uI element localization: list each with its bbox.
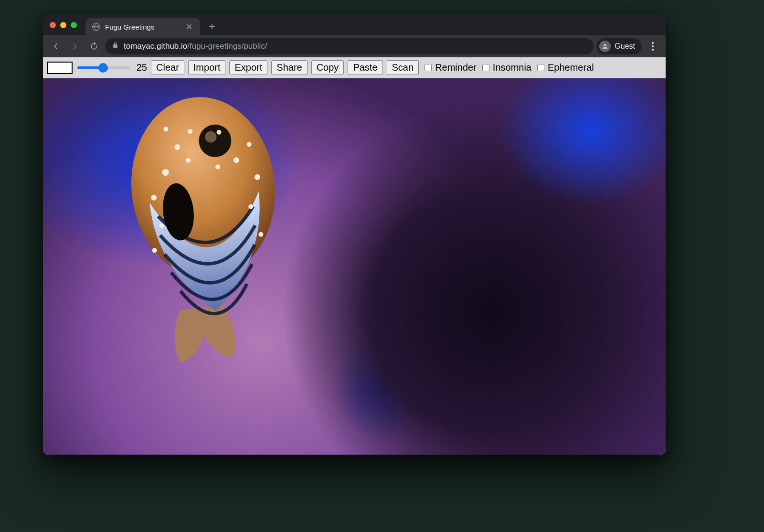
reminder-label: Reminder <box>435 62 477 73</box>
tab-fugu-greetings[interactable]: Fugu Greetings ✕ <box>85 18 200 35</box>
profile-label: Guest <box>615 42 635 51</box>
ephemeral-checkbox[interactable]: Ephemeral <box>535 62 594 73</box>
arrow-right-icon <box>70 42 80 51</box>
reload-button[interactable] <box>86 38 102 54</box>
forward-button[interactable] <box>67 38 83 54</box>
minimize-window-button[interactable] <box>60 22 66 28</box>
brush-size-slider[interactable] <box>77 66 130 69</box>
import-button[interactable]: Import <box>188 60 226 75</box>
lock-icon <box>112 42 119 51</box>
ephemeral-label: Ephemeral <box>548 62 594 73</box>
export-button[interactable]: Export <box>229 60 267 75</box>
kebab-dot-icon <box>652 49 654 51</box>
reminder-checkbox[interactable]: Reminder <box>423 62 477 73</box>
app-toolbar: 25 Clear Import Export Share Copy Paste … <box>43 57 666 78</box>
ephemeral-checkbox-input[interactable] <box>537 64 544 71</box>
address-bar[interactable]: tomayac.github.io/fugu-greetings/public/ <box>105 38 594 54</box>
browser-window: Fugu Greetings ✕ ＋ tomayac.github.io/fug… <box>43 14 666 455</box>
color-picker[interactable] <box>47 62 73 74</box>
url-host: tomayac.github.io <box>124 42 187 51</box>
arrow-left-icon <box>51 42 61 51</box>
avatar-icon <box>599 41 611 52</box>
url-text: tomayac.github.io/fugu-greetings/public/ <box>124 42 267 51</box>
scan-button[interactable]: Scan <box>387 60 419 75</box>
close-tab-icon[interactable]: ✕ <box>185 22 193 32</box>
kebab-dot-icon <box>652 45 654 47</box>
close-window-button[interactable] <box>50 22 56 28</box>
insomnia-checkbox-input[interactable] <box>482 64 489 71</box>
tab-strip: Fugu Greetings ✕ ＋ <box>43 14 666 35</box>
insomnia-label: Insomnia <box>493 62 531 73</box>
pufferfish-image <box>87 88 314 375</box>
page-content: 25 Clear Import Export Share Copy Paste … <box>43 57 666 455</box>
paste-button[interactable]: Paste <box>348 60 382 75</box>
url-path: /fugu-greetings/public/ <box>187 42 267 51</box>
new-tab-button[interactable]: ＋ <box>200 18 224 35</box>
browser-menu-button[interactable] <box>645 38 661 54</box>
reminder-checkbox-input[interactable] <box>424 64 432 71</box>
globe-icon <box>92 23 100 31</box>
kebab-dot-icon <box>652 42 654 44</box>
browser-toolbar: tomayac.github.io/fugu-greetings/public/… <box>43 35 666 57</box>
profile-chip[interactable]: Guest <box>596 38 642 54</box>
drawing-canvas[interactable] <box>43 78 666 455</box>
share-button[interactable]: Share <box>271 60 307 75</box>
insomnia-checkbox[interactable]: Insomnia <box>480 62 531 73</box>
brush-size-value: 25 <box>135 62 147 73</box>
back-button[interactable] <box>48 38 64 54</box>
clear-button[interactable]: Clear <box>151 60 184 75</box>
window-controls <box>50 14 85 35</box>
reload-icon <box>89 42 99 51</box>
tab-title: Fugu Greetings <box>105 23 154 31</box>
maximize-window-button[interactable] <box>71 22 77 28</box>
copy-button[interactable]: Copy <box>311 60 344 75</box>
